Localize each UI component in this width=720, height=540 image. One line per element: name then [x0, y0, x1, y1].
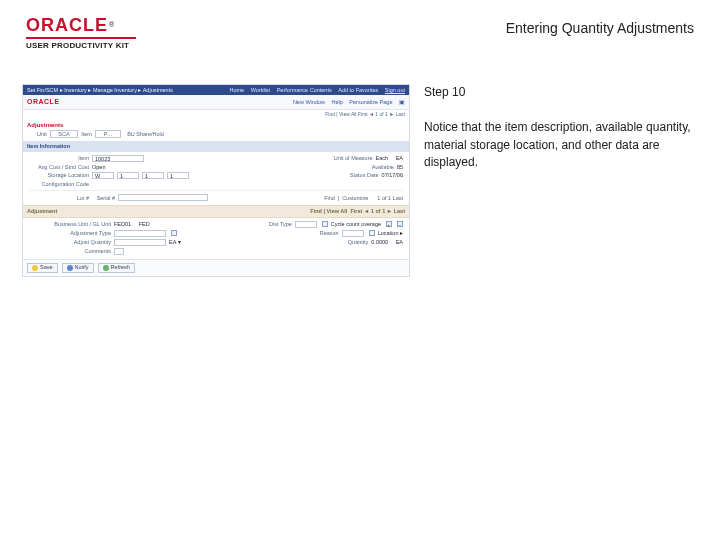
del-row-icon[interactable]: −	[397, 221, 403, 227]
lbl-qty: Quantity	[328, 239, 368, 245]
topbar-tabs: Home Worklist Performance Contents Add t…	[224, 87, 405, 93]
val-reason-desc[interactable]: Location ▸	[378, 230, 403, 236]
lbl-adjqty: Adjust Quantity	[29, 239, 111, 245]
notify-button[interactable]: Notify	[62, 263, 94, 273]
app-oracle-logo: ORACLE	[27, 98, 60, 106]
section-title: Adjustments	[23, 120, 409, 129]
app-topbar: Set Fin/SCM ▸ Inventory ▸ Manage Invento…	[23, 85, 409, 95]
lookup-icon-2[interactable]	[369, 230, 375, 236]
link-help[interactable]: Help	[332, 99, 343, 105]
signout-link[interactable]: Sign out	[385, 87, 405, 93]
bu-value: Share/Hold	[136, 131, 164, 137]
lbl-serial: Serial #	[97, 195, 116, 201]
val-cost: Open	[92, 164, 105, 170]
oracle-logo: ORACLE®	[26, 16, 136, 34]
breadcrumb: Set Fin/SCM ▸ Inventory ▸ Manage Invento…	[27, 87, 173, 93]
adjustment-grid: Business Unit / GL Unit FED01 FED Dist T…	[23, 218, 409, 259]
tab-favorites[interactable]: Add to Favorites	[338, 87, 378, 93]
instruction-panel: Step 10 Notice that the item description…	[424, 84, 694, 277]
inp-comments[interactable]	[114, 248, 124, 255]
val-storage-b: 1	[117, 172, 139, 179]
val-bu: FED01	[114, 221, 131, 227]
link-new-window[interactable]: New Window	[293, 99, 325, 105]
lot-nav: Find | Customize 1 of 1 Last	[324, 194, 403, 201]
inp-reason[interactable]	[342, 230, 364, 237]
save-button[interactable]: Save	[27, 263, 58, 273]
lbl-reason: Reason	[299, 230, 339, 236]
lbl-cost: Avg Cost / Stnd Cost	[29, 164, 89, 170]
app-screenshot: Set Fin/SCM ▸ Inventory ▸ Manage Invento…	[22, 84, 410, 277]
header-find-row: Find | View All First ◄ 1 of 1 ► Last	[23, 110, 409, 120]
val-statusdate: 07/17/06	[382, 172, 403, 178]
brand-subtitle: USER PRODUCTIVITY KIT	[26, 41, 136, 50]
lbl-available: Available	[334, 164, 394, 170]
lookup-icon[interactable]	[322, 221, 328, 227]
val-serial[interactable]	[118, 194, 208, 201]
lbl-lot: Lot #	[29, 195, 89, 201]
add-row-icon[interactable]: +	[386, 221, 392, 227]
adj-nav: First ◄ 1 of 1 ► Last	[350, 208, 405, 214]
lbl-statusdate: Status Date	[319, 172, 379, 178]
lbl-disttype: Dist Type	[252, 221, 292, 227]
inp-adjqty[interactable]	[114, 239, 166, 246]
dropdown-icon[interactable]	[171, 230, 177, 236]
footer-toolbar: Save Notify Refresh	[23, 259, 409, 276]
adj-find[interactable]: Find | View All	[310, 208, 347, 214]
lbl-bu: Business Unit / GL Unit	[29, 221, 111, 227]
refresh-icon	[103, 265, 109, 271]
val-qty: 0.0000	[371, 239, 388, 245]
lbl-item: Item	[29, 155, 89, 161]
brand-block: ORACLE® USER PRODUCTIVITY KIT	[26, 16, 136, 50]
tab-performance[interactable]: Performance Contents	[277, 87, 332, 93]
page-title: Entering Quantity Adjustments	[506, 16, 694, 36]
lbl-config: Configuration Code	[29, 181, 89, 187]
brand-divider	[26, 37, 136, 39]
val-available: 85	[397, 164, 403, 170]
save-icon	[32, 265, 38, 271]
val-uom: Each	[376, 155, 389, 161]
adjustment-band: Adjustment Find | View All First ◄ 1 of …	[23, 205, 409, 217]
val-storage-a: W	[92, 172, 114, 179]
org-line: Unit SCA Item P… BU Share/Hold	[23, 129, 409, 141]
app-brandbar: ORACLE New Window Help Personalize Page …	[23, 95, 409, 110]
item-info-grid: Item 10023 Unit of Measure Each EA Avg C…	[23, 152, 409, 206]
refresh-button[interactable]: Refresh	[98, 263, 135, 273]
lbl-adjtype: Adjustment Type	[29, 230, 111, 236]
val-item: 10023	[92, 155, 144, 162]
lbl-comments: Comments	[29, 248, 111, 254]
find-label-top: Find	[325, 111, 335, 117]
val-disttype-desc: Cycle count overage	[331, 221, 381, 227]
item-info-band: Item Information	[23, 141, 409, 151]
oracle-logo-text: ORACLE	[26, 15, 108, 35]
inp-disttype[interactable]	[295, 221, 317, 228]
val-storage-d: 1	[167, 172, 189, 179]
item-label: Item	[81, 131, 92, 137]
item-value: P…	[95, 130, 120, 138]
lbl-uom: Unit of Measure	[313, 155, 373, 161]
tab-worklist[interactable]: Worklist	[251, 87, 270, 93]
link-personalize[interactable]: Personalize Page	[349, 99, 392, 105]
bu-label: BU	[127, 131, 135, 137]
unit-label: Unit	[37, 131, 47, 137]
val-storage-c: 1	[142, 172, 164, 179]
tab-home[interactable]: Home	[229, 87, 244, 93]
link-grid-icon[interactable]: ▣	[399, 99, 405, 105]
lbl-storage: Storage Location	[29, 172, 89, 178]
notify-icon	[67, 265, 73, 271]
adjustment-band-label: Adjustment	[27, 208, 57, 214]
inp-adjtype[interactable]	[114, 230, 166, 237]
unit-value: SCA	[50, 130, 77, 138]
brandbar-links: New Window Help Personalize Page ▣	[288, 99, 405, 105]
step-label: Step 10	[424, 84, 694, 101]
val-adjqty-uom[interactable]: EA ▾	[169, 239, 181, 245]
instruction-text: Notice that the item description, availa…	[424, 119, 694, 171]
